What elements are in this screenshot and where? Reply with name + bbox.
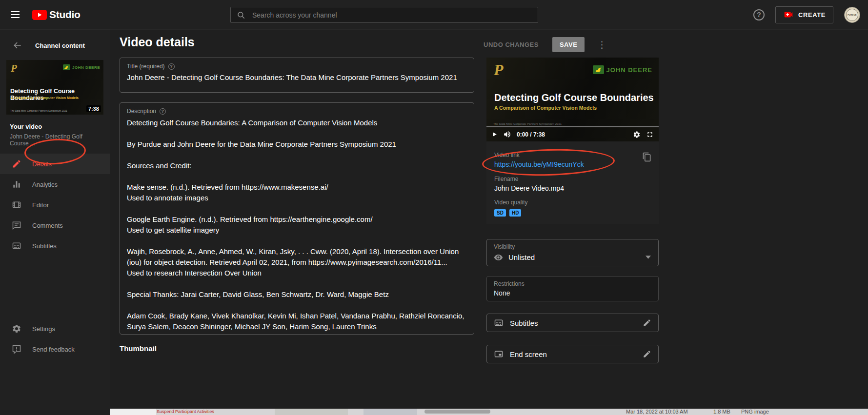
- sd-quality-badge: SD: [494, 209, 506, 217]
- john-deere-text: JOHN DEERE: [72, 65, 100, 70]
- title-field[interactable]: Title (required) ? John Deere - Detectin…: [120, 58, 474, 93]
- chevron-down-icon[interactable]: [646, 252, 651, 261]
- sidebar-bottom-nav: Settings Send feedback: [0, 318, 110, 359]
- your-video-title: John Deere - Detecting Golf Course ...: [10, 133, 100, 147]
- volume-button[interactable]: [503, 130, 511, 138]
- title-help-icon[interactable]: ?: [168, 63, 175, 70]
- horizontal-scrollbar-thumb[interactable]: [424, 410, 490, 414]
- your-video-label: Your video: [10, 123, 100, 130]
- player-time: 0:00 / 7:38: [517, 131, 545, 138]
- deere-icon: [593, 65, 604, 74]
- video-link-label: Video link: [494, 152, 651, 158]
- undo-changes-button[interactable]: UNDO CHANGES: [481, 40, 542, 49]
- topbar: Studio ? CREATE PURDUE: [0, 0, 868, 29]
- video-quality-label: Video quality: [494, 199, 651, 206]
- strip-fragment: [363, 409, 417, 415]
- sidebar-item-label: Comments: [32, 222, 63, 229]
- video-info-panel: Video link https://youtu.be/yMI9ecunYck …: [486, 141, 659, 224]
- title-field-label: Title (required): [127, 63, 165, 70]
- john-deere-text: JOHN DEERE: [606, 66, 652, 74]
- page-title: Video details: [120, 35, 195, 49]
- create-button-label: CREATE: [798, 11, 826, 19]
- visibility-value: Unlisted: [508, 253, 535, 261]
- videocam-icon: [783, 9, 794, 20]
- sidebar-item-label: Send feedback: [32, 346, 75, 353]
- film-strip-icon: [12, 200, 21, 210]
- sidebar-item-editor[interactable]: Editor: [0, 195, 110, 215]
- description-help-icon[interactable]: ?: [160, 108, 166, 115]
- end-screen-card-label: End screen: [510, 350, 636, 358]
- youtube-logo-icon: [32, 10, 47, 20]
- fullscreen-button[interactable]: [646, 131, 654, 138]
- kebab-icon: ⋮: [597, 40, 606, 50]
- back-button[interactable]: [10, 38, 25, 53]
- copy-link-button[interactable]: [642, 152, 652, 163]
- sidebar-item-label: Settings: [32, 325, 55, 333]
- edit-end-screen-button[interactable]: [643, 350, 651, 358]
- title-field-value[interactable]: John Deere - Detecting Golf Course Bound…: [127, 73, 467, 81]
- search-input[interactable]: [251, 11, 532, 20]
- help-button[interactable]: ?: [753, 9, 765, 20]
- header-actions: UNDO CHANGES SAVE ⋮: [481, 37, 608, 52]
- purdue-logo-icon: P: [494, 62, 504, 78]
- file-kind-text: PNG image: [741, 409, 769, 415]
- copy-icon: [642, 152, 652, 162]
- subtitles-icon: [494, 318, 504, 328]
- filename-label: Filename: [494, 176, 651, 182]
- end-screen-card[interactable]: End screen: [486, 345, 659, 363]
- player-settings-button[interactable]: [633, 131, 641, 138]
- save-button[interactable]: SAVE: [552, 37, 585, 52]
- video-player[interactable]: P JOHN DEERE Detecting Golf Course Bound…: [486, 58, 659, 141]
- video-thumbnail-mini[interactable]: P JOHN DEERE Detecting Golf Course Bound…: [6, 60, 103, 115]
- question-mark-icon: ?: [757, 11, 761, 19]
- player-video-subtitle: A Comparison of Computer Vision Models: [494, 105, 597, 111]
- eye-icon: [494, 253, 503, 262]
- description-field[interactable]: Description ? Detecting Golf Course Boun…: [120, 102, 474, 335]
- bar-chart-icon: [12, 179, 21, 189]
- strip-segment: [110, 409, 156, 415]
- video-link[interactable]: https://youtu.be/yMI9ecunYck: [494, 160, 584, 168]
- sidebar-item-comments[interactable]: Comments: [0, 215, 110, 236]
- sidebar-item-analytics[interactable]: Analytics: [0, 174, 110, 195]
- youtube-studio-app: Studio ? CREATE PURDUE Channel content: [0, 0, 868, 415]
- file-size-text: 1.8 MB: [713, 409, 730, 415]
- comments-icon: [12, 220, 21, 230]
- player-overlay-text: The Data Mine Corporate Partners Symposi…: [493, 122, 562, 125]
- end-screen-icon: [494, 349, 504, 359]
- sidebar-item-details[interactable]: Details: [0, 154, 110, 174]
- play-icon: [491, 131, 498, 138]
- pencil-icon: [643, 350, 651, 358]
- hamburger-icon: [11, 11, 20, 18]
- sidebar-item-send-feedback[interactable]: Send feedback: [0, 339, 110, 359]
- restrictions-card[interactable]: Restrictions None: [486, 276, 659, 301]
- edit-subtitles-button[interactable]: [643, 318, 651, 327]
- duration-badge: 7:38: [86, 105, 101, 112]
- subtitles-card-label: Subtitles: [510, 319, 636, 327]
- description-field-value[interactable]: Detecting Golf Course Boundaries: A Comp…: [127, 118, 467, 332]
- menu-button[interactable]: [8, 8, 22, 21]
- feedback-icon: [12, 344, 21, 354]
- account-avatar[interactable]: PURDUE: [844, 7, 860, 23]
- subtitles-card[interactable]: Subtitles: [486, 314, 659, 332]
- deere-icon: [63, 64, 70, 70]
- studio-logo-text: Studio: [49, 9, 81, 20]
- sidebar-item-label: Editor: [32, 201, 49, 209]
- sidebar-item-subtitles[interactable]: Subtitles: [0, 236, 110, 256]
- sidebar-item-settings[interactable]: Settings: [0, 318, 110, 339]
- visibility-card[interactable]: Visibility Unlisted: [486, 239, 659, 266]
- purdue-logo-icon: P: [11, 63, 17, 74]
- subtitles-icon: [12, 241, 21, 251]
- sidebar-item-label: Details: [32, 160, 52, 168]
- create-button[interactable]: CREATE: [775, 6, 833, 23]
- john-deere-logo: JOHN DEERE: [593, 65, 652, 74]
- thumb-footer: The Data Mine Corporate Partners Symposi…: [10, 109, 67, 112]
- avatar-seal-text: PURDUE: [848, 14, 857, 16]
- fullscreen-icon: [646, 131, 654, 138]
- thumb-subtitle: A Comparison of Computer Vision Models: [10, 96, 79, 99]
- play-button[interactable]: [491, 131, 498, 138]
- studio-logo[interactable]: Studio: [32, 9, 81, 20]
- john-deere-logo: JOHN DEERE: [63, 64, 100, 70]
- search-icon: [237, 11, 245, 20]
- gear-icon: [633, 131, 641, 138]
- kebab-menu-button[interactable]: ⋮: [595, 39, 608, 50]
